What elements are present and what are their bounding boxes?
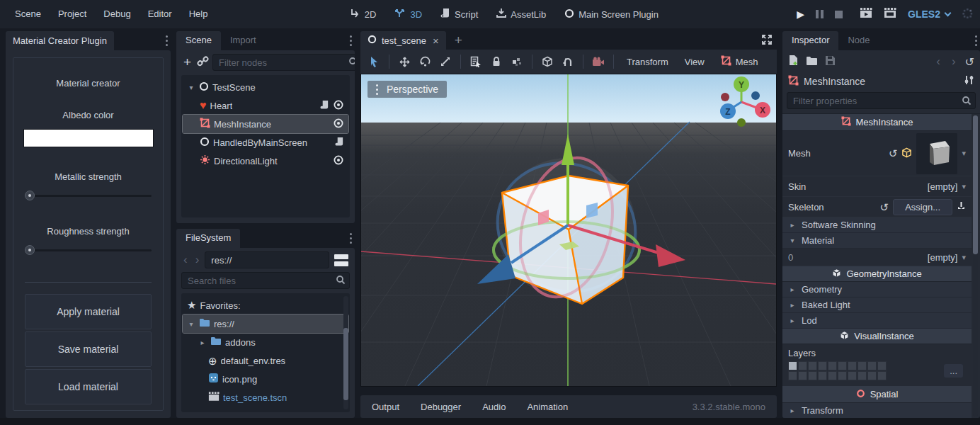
group-software-skinning[interactable]: ▸ Software Skinning [782, 217, 972, 233]
slider-handle[interactable] [25, 245, 35, 255]
layer-checkbox[interactable] [877, 371, 887, 380]
visibility-eye-icon[interactable] [333, 118, 344, 131]
tree-row-addons[interactable]: ▸ addons [183, 333, 348, 351]
workspace-2d[interactable]: 2D [350, 8, 377, 21]
layer-checkbox[interactable] [798, 371, 807, 380]
tree-row-testscene[interactable]: ▾ TestScene [183, 78, 348, 96]
scrollbar-thumb[interactable] [973, 115, 978, 254]
menu-scene[interactable]: Scene [7, 0, 49, 28]
group-geometry[interactable]: ▸ Geometry [782, 282, 972, 298]
neg-z-ball[interactable] [751, 91, 760, 100]
transform-menu[interactable]: Transform [620, 57, 676, 67]
history-back-button[interactable]: ‹ [181, 253, 190, 267]
tree-row-directionallight[interactable]: DirectionalLight [183, 152, 348, 170]
tree-row-default-env[interactable]: ⊕ default_env.tres [183, 351, 348, 370]
layer-checkbox[interactable] [877, 361, 887, 370]
layer-checkbox[interactable] [828, 361, 837, 370]
search-files-input[interactable] [181, 272, 350, 289]
neg-x-ball[interactable] [721, 93, 729, 101]
3d-viewport-canvas[interactable]: Y X Z [361, 74, 776, 386]
current-path-field[interactable]: res:// [205, 251, 329, 268]
add-node-button[interactable]: + [181, 55, 193, 70]
select-tool-button[interactable] [365, 52, 383, 71]
dock-menu-icon[interactable] [163, 35, 171, 46]
scale-tool-button[interactable] [436, 52, 455, 71]
pause-button[interactable] [816, 10, 824, 18]
load-resource-button[interactable] [806, 56, 818, 68]
expand-icon[interactable]: ▸ [198, 339, 207, 346]
collapse-icon[interactable]: ▾ [187, 320, 195, 328]
layers-grid[interactable] [788, 361, 887, 380]
layer-checkbox[interactable] [867, 371, 877, 380]
play-custom-scene-button[interactable] [884, 8, 896, 21]
workspace-main-screen-plugin[interactable]: Main Screen Plugin [564, 8, 659, 21]
layer-checkbox[interactable] [788, 371, 797, 380]
history-forward-button[interactable]: › [193, 253, 202, 267]
perspective-button[interactable]: Perspective [368, 81, 447, 98]
layer-checkbox[interactable] [838, 371, 847, 380]
layer-checkbox[interactable] [858, 371, 867, 380]
distraction-free-icon[interactable] [761, 34, 777, 47]
save-resource-button[interactable] [825, 55, 836, 68]
group-material[interactable]: ▾ Material [782, 233, 972, 249]
tab-node[interactable]: Node [838, 31, 879, 50]
preview-camera-icon[interactable] [589, 52, 608, 71]
layer-checkbox[interactable] [828, 371, 837, 380]
toggle-split-mode-button[interactable] [333, 253, 350, 268]
revert-icon[interactable]: ↺ [889, 148, 898, 159]
list-select-button[interactable] [467, 52, 485, 71]
tab-import[interactable]: Import [221, 31, 266, 50]
dock-menu-icon[interactable] [972, 35, 980, 46]
scene-tab-test-scene[interactable]: test_scene × [360, 31, 446, 50]
node-pick-icon[interactable] [957, 201, 966, 212]
layer-checkbox[interactable] [798, 361, 807, 370]
tab-material-creator-plugin[interactable]: Material Creator Plugin [6, 31, 114, 50]
tab-inspector[interactable]: Inspector [782, 31, 838, 50]
filter-properties-input[interactable] [787, 92, 976, 109]
workspace-3d[interactable]: 3D [394, 8, 422, 21]
collapse-icon[interactable]: ▾ [187, 84, 195, 91]
tab-filesystem[interactable]: FileSystem [176, 229, 240, 248]
inspector-scrollbar[interactable] [973, 115, 978, 416]
object-history-icon[interactable]: ↺ [965, 55, 974, 69]
tree-row-test-scene[interactable]: test_scene.tscn [183, 388, 348, 407]
rotate-tool-button[interactable] [416, 52, 434, 71]
menu-debug[interactable]: Debug [96, 0, 138, 28]
menu-project[interactable]: Project [50, 0, 94, 28]
layers-more-button[interactable]: ... [944, 364, 963, 378]
albedo-color-swatch[interactable] [23, 129, 154, 147]
lock-button[interactable] [487, 52, 506, 71]
close-icon[interactable]: × [431, 35, 439, 47]
load-material-button[interactable]: Load material [25, 369, 152, 404]
tab-debugger[interactable]: Debugger [421, 402, 461, 412]
menu-help[interactable]: Help [181, 0, 216, 28]
layer-checkbox[interactable] [838, 361, 847, 370]
tab-audio[interactable]: Audio [482, 402, 506, 412]
new-resource-button[interactable] [788, 55, 799, 69]
play-button[interactable]: ▶ [797, 8, 804, 20]
metallic-strength-slider[interactable] [25, 191, 152, 200]
cubemesh-resource-icon[interactable] [901, 147, 912, 160]
tab-output[interactable]: Output [372, 402, 399, 412]
script-attached-icon[interactable] [320, 100, 329, 112]
tab-scene[interactable]: Scene [176, 31, 221, 50]
tree-row-res-root[interactable]: ▾ res:// [183, 314, 348, 333]
new-scene-tab-button[interactable]: + [446, 33, 471, 48]
layer-checkbox[interactable] [867, 361, 877, 370]
skeleton-assign-button[interactable]: Assign... [893, 199, 952, 215]
scrollbar-thumb[interactable] [343, 328, 348, 400]
group-lod[interactable]: ▸ Lod [782, 313, 972, 329]
3d-viewport[interactable]: Y X Z Perspective [360, 74, 777, 387]
neg-y-ball[interactable] [737, 118, 746, 127]
group-button[interactable] [508, 52, 526, 71]
tree-row-icon-png[interactable]: icon.png [183, 370, 348, 388]
play-scene-button[interactable] [860, 8, 872, 21]
extra-options-icon[interactable] [964, 74, 974, 88]
tree-row-meshinstance[interactable]: MeshInstance [183, 115, 348, 133]
history-forward-button[interactable]: › [950, 55, 958, 69]
script-attached-icon[interactable] [335, 137, 344, 149]
layer-checkbox[interactable] [818, 371, 827, 380]
save-material-button[interactable]: Save material [25, 332, 152, 367]
local-space-button[interactable] [559, 52, 577, 71]
history-back-button[interactable]: ‹ [934, 55, 942, 69]
